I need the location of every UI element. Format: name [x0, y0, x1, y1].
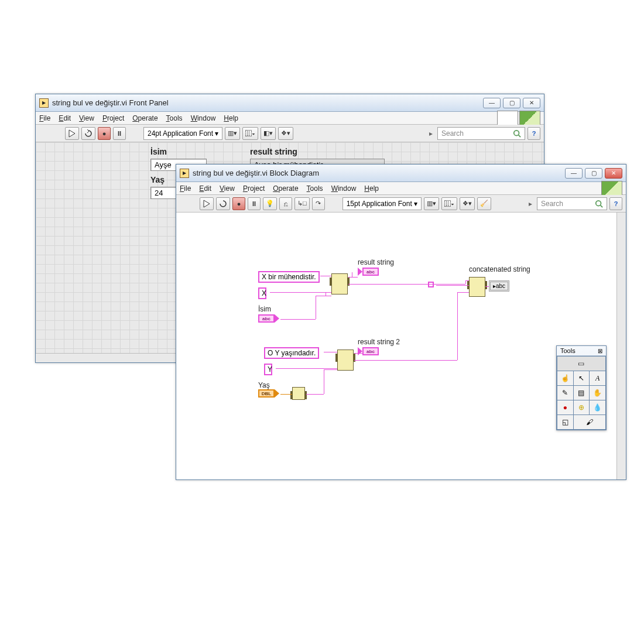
scrollbar-vertical[interactable]: [616, 213, 626, 479]
block-diagram-titlebar[interactable]: ▶ string bul ve değiştir.vi Block Diagra…: [176, 165, 626, 182]
highlight-exec-button[interactable]: 💡: [263, 197, 277, 210]
string-constant-1[interactable]: X bir mühendistir.: [258, 271, 320, 283]
indicator-concat[interactable]: ▸abc: [489, 280, 509, 292]
run-continuous-button[interactable]: [81, 127, 95, 140]
menu-tools[interactable]: Tools: [307, 184, 323, 193]
run-button[interactable]: [65, 127, 79, 140]
tool-scroll[interactable]: ✋: [590, 386, 605, 400]
step-over-button[interactable]: ↷: [312, 197, 325, 210]
distribute-button[interactable]: ⿲▾: [242, 127, 258, 140]
control-terminal-isim[interactable]: abc: [258, 314, 279, 323]
cleanup-button[interactable]: 🧹: [477, 197, 491, 210]
step-into-button[interactable]: ↳□: [294, 197, 310, 210]
menu-help[interactable]: Help: [364, 184, 379, 193]
svg-line-3: [601, 205, 603, 207]
search-placeholder: Search: [541, 200, 563, 208]
front-panel-menubar: File Edit View Project Operate Tools Win…: [36, 112, 544, 125]
tool-color-copy[interactable]: 💧: [590, 400, 605, 415]
tool-position[interactable]: ↖: [574, 371, 590, 385]
labview-icon: ▶: [39, 98, 49, 108]
search-replace-node-2[interactable]: [337, 350, 354, 371]
number-to-string-node[interactable]: [292, 387, 305, 400]
string-constant-y[interactable]: Y: [264, 364, 272, 375]
indicator-terminal-result1[interactable]: abc: [358, 268, 379, 276]
reorder-button[interactable]: ❖▾: [460, 197, 475, 210]
pause-button[interactable]: II: [248, 197, 261, 210]
wire: [270, 292, 331, 293]
string-constant-3[interactable]: O Y yaşındadır.: [264, 347, 319, 359]
menu-window[interactable]: Window: [331, 184, 357, 193]
menu-file[interactable]: File: [180, 184, 191, 193]
menu-operate[interactable]: Operate: [273, 184, 298, 193]
search-placeholder: Search: [441, 129, 464, 138]
maximize-button[interactable]: ▢: [585, 168, 602, 179]
help-button[interactable]: ?: [527, 127, 540, 140]
menu-project[interactable]: Project: [243, 184, 265, 193]
tool-text[interactable]: A: [590, 371, 605, 385]
front-panel-title: string bul ve değiştir.vi Front Panel: [52, 98, 483, 107]
menu-view[interactable]: View: [220, 184, 235, 193]
resize-button[interactable]: ◧▾: [261, 127, 276, 140]
search-replace-node-1[interactable]: [331, 273, 348, 294]
string-constant-empty[interactable]: [428, 282, 434, 287]
menu-help[interactable]: Help: [224, 114, 238, 122]
tool-operate[interactable]: ☝: [557, 371, 573, 385]
label-concat: concatenated string: [469, 265, 530, 273]
close-button[interactable]: ✕: [523, 98, 540, 108]
minimize-button[interactable]: —: [565, 168, 583, 179]
abc-icon: abc: [362, 347, 379, 355]
menu-view[interactable]: View: [79, 114, 94, 122]
tools-close-icon[interactable]: ⊠: [598, 348, 602, 354]
align-button[interactable]: ▥▾: [424, 197, 439, 210]
tool-breakpoint[interactable]: ●: [557, 400, 573, 415]
vi-icon[interactable]: [519, 111, 540, 126]
menu-window[interactable]: Window: [191, 114, 216, 122]
svg-point-2: [596, 200, 601, 205]
abort-button[interactable]: ●: [98, 127, 111, 140]
front-panel-titlebar[interactable]: ▶ string bul ve değiştir.vi Front Panel …: [36, 94, 544, 112]
tool-auto[interactable]: ▭: [557, 357, 605, 371]
tool-shortcut[interactable]: ▤: [574, 386, 590, 400]
reorder-button[interactable]: ❖▾: [278, 127, 293, 140]
menu-edit[interactable]: Edit: [59, 114, 71, 122]
tool-wiring[interactable]: ✎: [557, 386, 573, 400]
help-button[interactable]: ?: [609, 197, 622, 210]
concatenate-strings-node[interactable]: [469, 277, 485, 297]
indicator-terminal-result2[interactable]: abc: [358, 347, 379, 355]
search-input[interactable]: Search: [537, 197, 607, 210]
menu-edit[interactable]: Edit: [199, 184, 211, 193]
label-result1: result string: [358, 258, 394, 266]
align-button[interactable]: ▥▾: [225, 127, 240, 140]
abc-icon: abc: [258, 314, 275, 323]
maximize-button[interactable]: ▢: [503, 98, 520, 108]
label-yas: Yaş: [150, 175, 165, 184]
vi-icon[interactable]: [601, 181, 622, 196]
run-button[interactable]: [200, 197, 214, 210]
control-terminal-yas[interactable]: DBL: [258, 389, 279, 398]
label-result2: result string 2: [358, 338, 400, 346]
tool-color-b[interactable]: 🖌: [574, 415, 605, 429]
search-input[interactable]: Search: [437, 127, 525, 140]
menu-file[interactable]: File: [39, 114, 50, 122]
font-selector[interactable]: 15pt Application Font ▾: [342, 197, 422, 210]
tools-palette[interactable]: Tools ⊠ ▭ ☝ ↖ A ✎ ▤ ✋ ● ⊕ 💧 ◱ 🖌: [556, 345, 607, 430]
string-constant-x[interactable]: X: [258, 287, 266, 299]
close-button[interactable]: ✕: [605, 168, 622, 179]
abc-icon: abc: [362, 268, 379, 276]
menu-project[interactable]: Project: [102, 114, 124, 122]
retain-wire-button[interactable]: ⎌: [279, 197, 292, 210]
menu-operate[interactable]: Operate: [132, 114, 157, 122]
label-isim: İsim: [258, 305, 271, 313]
abort-button[interactable]: ●: [232, 197, 245, 210]
tool-probe[interactable]: ⊕: [574, 400, 590, 415]
font-selector[interactable]: 24pt Application Font ▾: [143, 127, 222, 140]
pause-button[interactable]: II: [113, 127, 126, 140]
connector-pane-icon[interactable]: [497, 111, 518, 126]
dbl-icon: DBL: [258, 389, 275, 398]
tool-color-a[interactable]: ◱: [557, 415, 573, 429]
label-result1: result string: [250, 147, 297, 156]
distribute-button[interactable]: ⿲▾: [441, 197, 457, 210]
run-continuous-button[interactable]: [216, 197, 230, 210]
menu-tools[interactable]: Tools: [166, 114, 183, 122]
minimize-button[interactable]: —: [483, 98, 501, 108]
